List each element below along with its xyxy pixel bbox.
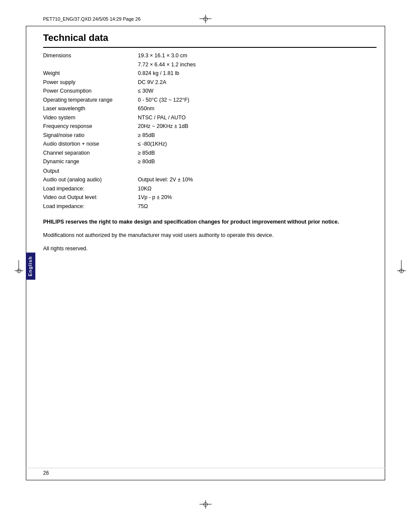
page-title: Technical data [43, 32, 377, 48]
top-trim-line [26, 26, 385, 26]
spec-value-laser: 650nm [138, 105, 377, 113]
spec-value-snr: ≥ 85dB [138, 132, 377, 140]
spec-label-empty-1 [43, 61, 138, 69]
sidebar-language-tab: English [26, 252, 35, 280]
spec-label-channel: Channel separation [43, 149, 138, 157]
spec-row-weight: Weight 0.824 kg / 1.81 lb [43, 70, 377, 78]
spec-label-dimensions: Dimensions [43, 52, 138, 60]
spec-row-video: Video system NTSC / PAL / AUTO [43, 114, 377, 122]
spec-label-snr: Signal/noise ratio [43, 132, 138, 140]
spec-row-dimensions-2: 7.72 × 6.44 × 1.2 inches [43, 61, 377, 69]
output-row-video-level: Video out Output level: 1Vp - p ± 20% [43, 194, 377, 202]
spec-label-laser: Laser wavelength [43, 105, 138, 113]
output-value-load2: 75Ω [138, 203, 377, 211]
spec-row-dimensions: Dimensions 19.3 × 16.1 × 3.0 cm [43, 52, 377, 60]
spec-row-laser: Laser wavelength 650nm [43, 105, 377, 113]
spec-value-weight: 0.824 kg / 1.81 lb [138, 70, 377, 78]
output-label-load2: Load impedance: [43, 203, 138, 211]
main-content: Technical data Dimensions 19.3 × 16.1 × … [43, 32, 377, 476]
spec-row-power-consumption: Power Consumption ≤ 30W [43, 87, 377, 95]
spec-label-dynamic: Dynamic range [43, 158, 138, 166]
page-number: 26 [43, 467, 49, 476]
spec-label-temp: Operating temperature range [43, 96, 138, 104]
spec-value-temp: 0 - 50°C (32 ~ 122°F) [138, 96, 377, 104]
spec-value-distortion: ≤ -80(1KHz) [138, 140, 377, 148]
spec-label-weight: Weight [43, 70, 138, 78]
output-row-load1: Load impedance: 10KΩ [43, 185, 377, 193]
output-value-audio: Output level: 2V ± 10% [138, 176, 377, 184]
spec-label-power-consumption: Power Consumption [43, 87, 138, 95]
specs-table: Dimensions 19.3 × 16.1 × 3.0 cm 7.72 × 6… [43, 52, 377, 210]
notice-text-2: Modifications not authorized by the manu… [43, 231, 377, 240]
header-file-info: PET710_ENG/37.QXD 24/5/05 14:29 Page 26 [43, 16, 140, 22]
bottom-trim-line [26, 480, 385, 480]
output-row-audio: Audio out (analog audio) Output level: 2… [43, 176, 377, 184]
spec-value-power-supply: DC 9V 2.2A [138, 79, 377, 87]
spec-row-freq: Frequency response 20Hz ~ 20KHz ± 1dB [43, 123, 377, 131]
right-trim-line [385, 26, 385, 480]
output-heading: Output [43, 168, 138, 175]
spec-row-snr: Signal/noise ratio ≥ 85dB [43, 132, 377, 140]
spec-row-channel: Channel separation ≥ 85dB [43, 149, 377, 157]
spec-value-channel: ≥ 85dB [138, 149, 377, 157]
page-container: PET710_ENG/37.QXD 24/5/05 14:29 Page 26 … [0, 0, 411, 532]
output-value-video-level: 1Vp - p ± 20% [138, 194, 377, 202]
output-label-video-level: Video out Output level: [43, 194, 138, 202]
output-value-load1: 10KΩ [138, 185, 377, 193]
spec-value-video: NTSC / PAL / AUTO [138, 114, 377, 122]
spec-value-dimensions: 19.3 × 16.1 × 3.0 cm [138, 52, 377, 60]
notice-text-3: All rights reserved. [43, 245, 377, 253]
output-label-load1: Load impedance: [43, 185, 138, 193]
spec-label-freq: Frequency response [43, 123, 138, 131]
bottom-content-line [26, 468, 385, 468]
spec-label-video: Video system [43, 114, 138, 122]
output-label-audio: Audio out (analog audio) [43, 176, 138, 184]
output-heading-row: Output [43, 168, 377, 175]
notice-text-1: PHILIPS reserves the right to make desig… [43, 218, 377, 226]
spec-value-freq: 20Hz ~ 20KHz ± 1dB [138, 123, 377, 131]
notice-section: PHILIPS reserves the right to make desig… [43, 218, 377, 252]
spec-label-power-supply: Power supply [43, 79, 138, 87]
spec-row-distortion: Audio distortion + noise ≤ -80(1KHz) [43, 140, 377, 148]
spec-value-power-consumption: ≤ 30W [138, 87, 377, 95]
spec-row-power-supply: Power supply DC 9V 2.2A [43, 79, 377, 87]
spec-label-distortion: Audio distortion + noise [43, 140, 138, 148]
spec-value-dimensions-2: 7.72 × 6.44 × 1.2 inches [138, 61, 377, 69]
spec-value-dynamic: ≥ 80dB [138, 158, 377, 166]
output-row-load2: Load impedance: 75Ω [43, 203, 377, 211]
output-heading-value [138, 168, 377, 175]
spec-row-temp: Operating temperature range 0 - 50°C (32… [43, 96, 377, 104]
spec-row-dynamic: Dynamic range ≥ 80dB [43, 158, 377, 166]
